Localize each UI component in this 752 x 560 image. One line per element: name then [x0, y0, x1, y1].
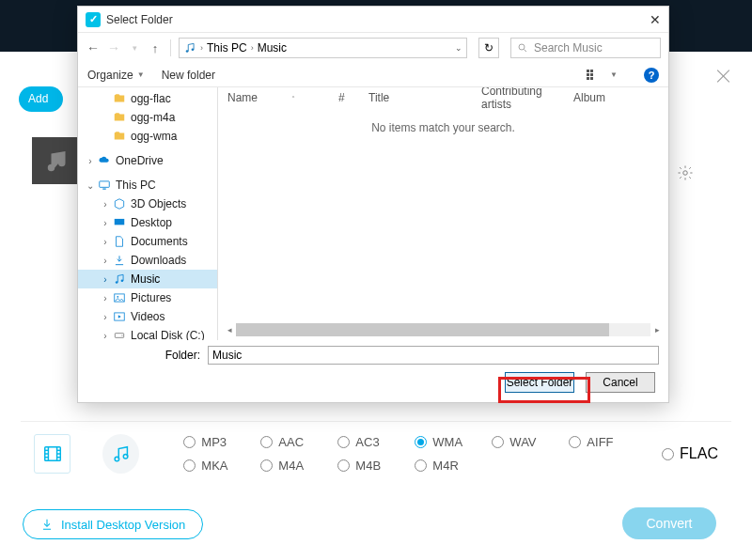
- tree-item-local-disk[interactable]: ›Local Disk (C:): [78, 326, 217, 340]
- svg-point-0: [683, 171, 688, 176]
- format-option-flac[interactable]: FLAC: [662, 445, 718, 462]
- folder-label: Folder:: [87, 349, 200, 362]
- svg-point-25: [116, 281, 118, 284]
- format-option-ac3[interactable]: AC3: [337, 435, 415, 449]
- svg-rect-16: [587, 70, 589, 72]
- svg-rect-21: [590, 77, 593, 80]
- format-option-mka[interactable]: MKA: [183, 459, 260, 473]
- tree-item-ogg-m4a[interactable]: ogg-m4a: [78, 108, 217, 127]
- folder-tree: ogg-flac ogg-m4a ogg-wma ›OneDrive ⌄This…: [78, 87, 217, 340]
- format-option-aiff[interactable]: AIFF: [569, 435, 646, 449]
- chevron-down-icon[interactable]: ▼: [610, 70, 618, 79]
- format-row: MP3AACAC3WMAWAVAIFFMKAM4AM4BM4R FLAC: [34, 434, 718, 474]
- tree-item-pictures[interactable]: ›Pictures: [78, 288, 217, 307]
- svg-point-11: [123, 454, 128, 459]
- divider: [21, 421, 731, 422]
- dialog-title: Select Folder: [106, 13, 173, 26]
- format-option-wav[interactable]: WAV: [492, 435, 569, 449]
- select-folder-button[interactable]: Select Folder: [505, 372, 574, 393]
- col-name[interactable]: Name: [227, 91, 258, 104]
- svg-line-15: [525, 50, 527, 53]
- nav-recent-icon[interactable]: ▾: [127, 43, 142, 53]
- search-input[interactable]: Search Music: [510, 38, 661, 58]
- address-bar[interactable]: › This PC › Music ⌄: [179, 38, 467, 58]
- music-icon: [183, 41, 196, 54]
- svg-point-26: [121, 279, 124, 282]
- format-option-wma[interactable]: WMA: [415, 435, 492, 449]
- search-placeholder: Search Music: [534, 41, 603, 54]
- format-option-m4r[interactable]: M4R: [415, 459, 492, 473]
- tree-item-desktop[interactable]: ›Desktop: [78, 213, 217, 232]
- tree-item-downloads[interactable]: ›Downloads: [78, 251, 217, 270]
- close-icon[interactable]: [713, 66, 735, 88]
- svg-point-28: [117, 296, 118, 298]
- svg-rect-20: [587, 77, 589, 80]
- chevron-down-icon[interactable]: ⌄: [455, 43, 462, 53]
- dialog-nav: ← → ▾ ↑ › This PC › Music ⌄ ↻ Search Mus…: [78, 33, 668, 63]
- svg-rect-24: [115, 219, 125, 225]
- format-option-mp3[interactable]: MP3: [183, 435, 260, 449]
- format-option-aac[interactable]: AAC: [260, 435, 337, 449]
- tree-item-onedrive[interactable]: ›OneDrive: [78, 151, 217, 170]
- svg-rect-18: [587, 73, 589, 76]
- col-artist[interactable]: Contributing artists: [481, 87, 573, 111]
- search-icon: [517, 42, 528, 54]
- svg-point-31: [121, 334, 122, 335]
- add-button[interactable]: Add: [19, 86, 63, 112]
- nav-forward-icon[interactable]: →: [106, 40, 121, 55]
- settings-icon[interactable]: [677, 164, 694, 181]
- new-folder-button[interactable]: New folder: [162, 69, 215, 82]
- breadcrumb-music[interactable]: Music: [258, 41, 287, 54]
- install-desktop-button[interactable]: Install Desktop Version: [23, 509, 203, 539]
- list-header: Name˄ # Title Contributing artists Album: [218, 87, 668, 108]
- dialog-titlebar: ✓ Select Folder ✕: [78, 7, 668, 33]
- tree-item-3d-objects[interactable]: ›3D Objects: [78, 194, 217, 213]
- tree-item-this-pc[interactable]: ⌄This PC: [78, 176, 217, 194]
- col-album[interactable]: Album: [573, 91, 668, 104]
- breadcrumb-this-pc[interactable]: This PC: [207, 41, 247, 54]
- format-option-m4b[interactable]: M4B: [337, 459, 415, 473]
- app-logo-icon: ✓: [86, 12, 101, 27]
- svg-point-10: [115, 457, 119, 461]
- select-folder-dialog: ✓ Select Folder ✕ ← → ▾ ↑ › This PC › Mu…: [77, 6, 669, 403]
- dialog-close-icon[interactable]: ✕: [650, 12, 661, 27]
- dialog-body: ogg-flac ogg-m4a ogg-wma ›OneDrive ⌄This…: [78, 87, 668, 340]
- svg-rect-17: [590, 70, 593, 72]
- install-label: Install Desktop Version: [61, 518, 185, 532]
- svg-point-14: [519, 44, 525, 50]
- refresh-icon[interactable]: ↻: [478, 38, 499, 58]
- organize-button[interactable]: Organize▼: [87, 69, 145, 82]
- audio-icon[interactable]: [102, 434, 139, 474]
- tree-item-documents[interactable]: ›Documents: [78, 232, 217, 251]
- horizontal-scrollbar[interactable]: ◂ ▸: [223, 323, 664, 336]
- dialog-toolbar: Organize▼ New folder ▼ ?: [78, 63, 668, 87]
- nav-up-icon[interactable]: ↑: [148, 41, 163, 55]
- video-icon[interactable]: [34, 434, 70, 474]
- svg-point-12: [186, 50, 189, 53]
- cancel-button[interactable]: Cancel: [586, 372, 655, 393]
- folder-row: Folder:: [78, 340, 668, 368]
- tree-item-ogg-flac[interactable]: ogg-flac: [78, 89, 217, 108]
- view-mode-icon[interactable]: [586, 69, 603, 82]
- nav-back-icon[interactable]: ←: [86, 40, 101, 55]
- divider: [170, 39, 171, 56]
- col-title[interactable]: Title: [368, 91, 481, 104]
- svg-rect-19: [590, 73, 593, 76]
- dialog-buttons: Select Folder Cancel: [78, 368, 668, 402]
- svg-rect-22: [100, 181, 110, 187]
- folder-input[interactable]: [208, 346, 659, 365]
- tree-item-videos[interactable]: ›Videos: [78, 307, 217, 326]
- file-thumbnail: [32, 137, 84, 184]
- svg-point-13: [192, 48, 195, 51]
- file-list: Name˄ # Title Contributing artists Album…: [218, 87, 668, 340]
- format-option-grid: MP3AACAC3WMAWAVAIFFMKAM4AM4BM4R: [183, 435, 646, 473]
- tree-item-ogg-wma[interactable]: ogg-wma: [78, 127, 217, 146]
- tree-item-music[interactable]: ›Music: [78, 270, 217, 288]
- convert-button[interactable]: Convert: [622, 507, 716, 539]
- empty-message: No items match your search.: [218, 121, 668, 134]
- format-option-m4a[interactable]: M4A: [260, 459, 337, 473]
- help-icon[interactable]: ?: [644, 68, 659, 83]
- col-num[interactable]: #: [338, 91, 368, 104]
- svg-rect-23: [102, 189, 106, 190]
